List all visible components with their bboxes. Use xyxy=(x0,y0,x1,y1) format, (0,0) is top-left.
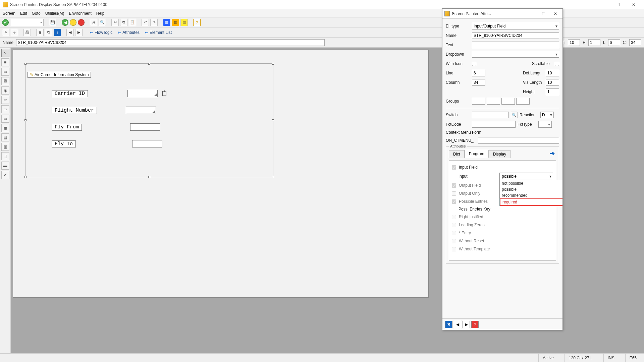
fctcode-input[interactable] xyxy=(472,121,516,128)
pointer-tool-icon[interactable]: ↖ xyxy=(1,49,9,57)
frame-tool-icon[interactable]: ▱ xyxy=(1,96,9,104)
switch-search-icon[interactable]: 🔍 xyxy=(511,112,518,118)
cut-icon[interactable]: ✂ xyxy=(111,19,119,26)
vislen-input[interactable] xyxy=(546,79,559,86)
input-flight-number[interactable] xyxy=(126,107,156,114)
status-tool-icon[interactable]: ▬ xyxy=(1,162,9,170)
menu-help[interactable]: Help xyxy=(96,11,105,16)
resize-handle[interactable] xyxy=(148,176,150,178)
resize-handle[interactable] xyxy=(272,119,274,121)
menu-environment[interactable]: Environment xyxy=(69,11,91,16)
prev-icon[interactable]: ◀ xyxy=(66,29,74,36)
back-icon[interactable]: ◀ xyxy=(62,19,68,26)
save-icon[interactable]: 💾 xyxy=(49,19,56,26)
tab-tool-icon[interactable]: ▭ xyxy=(1,115,9,123)
check-tool-icon[interactable]: ☒ xyxy=(1,77,9,85)
menu-screen[interactable]: Screen xyxy=(3,11,15,16)
maximize-button[interactable]: ☐ xyxy=(610,0,626,9)
f4-help-icon[interactable] xyxy=(162,91,166,96)
cancel-icon[interactable] xyxy=(78,19,85,26)
input-tool-icon[interactable]: ▭ xyxy=(1,68,9,76)
resize-handle[interactable] xyxy=(24,63,26,65)
layout1-icon[interactable]: ▥ xyxy=(163,19,170,26)
resize-handle[interactable] xyxy=(272,176,274,178)
resize-handle[interactable] xyxy=(148,63,150,65)
attr-dropdown-dd[interactable] xyxy=(472,51,559,58)
l-input[interactable] xyxy=(608,39,620,46)
fcttype-dd[interactable] xyxy=(538,121,552,128)
tab-dict[interactable]: Dict xyxy=(449,150,465,158)
attr-minimize-button[interactable]: — xyxy=(526,11,536,16)
attr-name-input[interactable] xyxy=(472,32,559,39)
menu-utilities[interactable]: Utilities(M) xyxy=(45,11,64,16)
footer-close-icon[interactable]: ✖ xyxy=(445,321,452,328)
layout2-icon[interactable]: ▥ xyxy=(172,19,179,26)
resize-handle[interactable] xyxy=(24,176,26,178)
delete-icon[interactable]: 🗑 xyxy=(36,29,44,36)
h-input[interactable] xyxy=(588,39,600,46)
input-option[interactable]: not possible xyxy=(500,180,562,186)
enter-icon[interactable]: ✔ xyxy=(2,19,9,26)
scrollable-checkbox[interactable] xyxy=(555,62,559,66)
exit-icon[interactable] xyxy=(70,19,76,26)
resize-handle[interactable] xyxy=(272,63,274,65)
line-input[interactable] xyxy=(472,70,485,76)
withicon-checkbox[interactable] xyxy=(472,62,476,66)
structure-icon[interactable]: 品 xyxy=(23,29,31,36)
switch-input[interactable] xyxy=(472,112,509,118)
undo-icon[interactable]: ↶ xyxy=(142,19,149,26)
groups-boxes[interactable] xyxy=(472,98,530,105)
height-input[interactable] xyxy=(546,88,559,95)
copy2-icon[interactable]: ⧉ xyxy=(45,29,52,36)
attr-close-button[interactable]: ✕ xyxy=(550,11,560,16)
attr-maximize-button[interactable]: ☐ xyxy=(538,11,548,16)
cl-input[interactable] xyxy=(629,39,641,46)
attributes-link[interactable]: ⇐Attributes xyxy=(116,30,142,35)
tab-display[interactable]: Display xyxy=(489,150,511,158)
reaction-dd[interactable]: D xyxy=(540,112,554,118)
input-fly-from[interactable] xyxy=(130,123,160,131)
help-icon[interactable]: ? xyxy=(193,19,201,26)
box-tool-icon[interactable]: ▭ xyxy=(1,105,9,113)
name-input[interactable] xyxy=(16,39,325,46)
flow-logic-link[interactable]: ⇐Flow logic xyxy=(88,30,114,35)
close-button[interactable]: ✕ xyxy=(626,0,641,9)
ok-tool-icon[interactable]: ✔ xyxy=(1,171,9,179)
insert-icon[interactable]: ⎆ xyxy=(11,29,18,36)
attr-text-input[interactable] xyxy=(472,42,559,48)
resize-handle[interactable] xyxy=(24,119,26,121)
footer-next-icon[interactable]: ▶ xyxy=(463,321,470,328)
menu-goto[interactable]: Goto xyxy=(32,11,41,16)
element-list-link[interactable]: ⇐Element List xyxy=(143,30,174,35)
next-icon[interactable]: ▶ xyxy=(75,29,83,36)
design-canvas[interactable]: ✎ Air Carrier Information System Carrier… xyxy=(13,50,429,298)
column-input[interactable] xyxy=(472,79,485,86)
ctxmenu-input[interactable] xyxy=(478,137,559,144)
sub-tool-icon[interactable]: ▤ xyxy=(1,133,9,141)
el-type-dropdown[interactable]: Input/Output Field xyxy=(472,23,559,29)
input-fly-to[interactable] xyxy=(132,140,162,147)
column-tool-icon[interactable]: ▥ xyxy=(1,143,9,151)
input-option-required[interactable]: required xyxy=(500,198,562,206)
menu-edit[interactable]: Edit xyxy=(20,11,27,16)
print-icon[interactable]: 🖨 xyxy=(90,19,97,26)
t-input[interactable] xyxy=(568,39,580,46)
radio-tool-icon[interactable]: ◉ xyxy=(1,86,9,95)
input-option[interactable]: possible xyxy=(500,186,562,192)
copy-icon[interactable]: ⧉ xyxy=(120,19,127,26)
input-option[interactable]: recommended xyxy=(500,192,562,198)
form-frame[interactable]: ✎ Air Carrier Information System Carrier… xyxy=(25,63,273,177)
paste-icon[interactable]: 📋 xyxy=(129,19,136,26)
command-field[interactable] xyxy=(10,19,44,26)
footer-help-icon[interactable]: ? xyxy=(471,321,479,328)
input-dropdown[interactable]: possible not possible possible recommend… xyxy=(499,173,553,180)
deflen-input[interactable] xyxy=(546,70,559,76)
tabs-scroll-right-icon[interactable]: ➔ xyxy=(550,150,556,157)
layout3-icon[interactable]: ▥ xyxy=(180,19,188,26)
table-tool-icon[interactable]: ▦ xyxy=(1,124,9,132)
minimize-button[interactable]: — xyxy=(595,0,610,9)
tab-program[interactable]: Program xyxy=(465,150,489,158)
text-tool-icon[interactable]: ■ xyxy=(1,58,9,66)
info-icon[interactable]: i xyxy=(54,29,61,36)
redo-icon[interactable]: ↷ xyxy=(150,19,158,26)
